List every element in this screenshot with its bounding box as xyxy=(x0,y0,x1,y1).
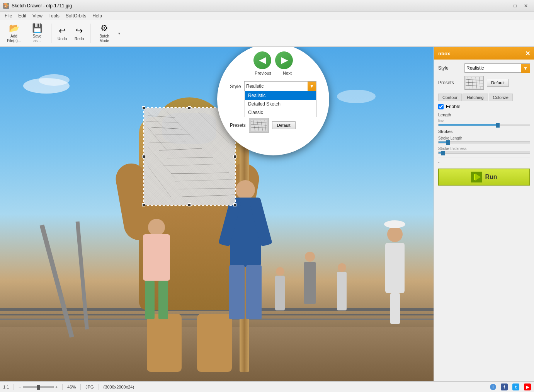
person-bg-1 xyxy=(273,267,287,329)
girl-figure xyxy=(137,219,176,327)
dropdown-option-detailed-sketch[interactable]: Detailed Sketch xyxy=(245,100,316,108)
magnify-circle: ◀ ▶ Previous Next Style Realistic xyxy=(217,47,329,155)
enable-label: Enable xyxy=(446,104,460,109)
previous-button[interactable]: ◀ xyxy=(253,51,271,69)
run-button[interactable]: Run xyxy=(438,169,530,186)
add-files-button[interactable]: 📂 AddFile(s)... xyxy=(3,22,25,45)
right-panel: nbox ✕ Style Realistic ▼ Pre xyxy=(434,47,534,381)
handle-mr[interactable] xyxy=(233,155,236,158)
stroke-length-slider-track[interactable] xyxy=(438,141,530,143)
zoom-minus-icon[interactable]: − xyxy=(19,385,21,389)
menu-help[interactable]: Help xyxy=(89,12,105,19)
statusbar: 1:1 − + 46% JPG (3000x2000x24) i f t ▶ xyxy=(0,381,534,392)
stroke-thickness-slider-track[interactable] xyxy=(438,152,530,154)
status-sep-4 xyxy=(99,384,99,390)
dimensions-item: (3000x2000x24) xyxy=(104,385,134,389)
add-files-icon: 📂 xyxy=(9,23,19,33)
zoom-thumb[interactable] xyxy=(37,385,40,390)
handle-bl[interactable] xyxy=(142,203,145,206)
app-icon: 🎨 xyxy=(3,3,9,9)
zoom-slider-area[interactable]: − + xyxy=(19,385,58,389)
default-button[interactable]: Default xyxy=(487,79,509,87)
stroke-length-thumb[interactable] xyxy=(446,140,450,145)
redo-button[interactable]: ↪ Redo xyxy=(71,22,87,45)
menu-softorbits[interactable]: SoftOrbits xyxy=(63,12,89,19)
style-current-value: Realistic xyxy=(466,65,484,71)
length-label: Length xyxy=(438,112,530,117)
redo-icon: ↪ xyxy=(76,26,83,36)
zoom-ratio-item: 1:1 xyxy=(3,385,9,389)
info-button[interactable]: i xyxy=(490,384,496,390)
run-label: Run xyxy=(485,174,497,181)
style-dropdown-button[interactable]: ▼ xyxy=(521,64,530,73)
enable-checkbox[interactable] xyxy=(438,104,444,109)
strokes-label: Strokes xyxy=(438,129,530,134)
handle-bm[interactable] xyxy=(188,203,191,206)
tab-hatching[interactable]: Hatching xyxy=(463,94,488,101)
window-controls: ─ □ ✕ xyxy=(499,2,531,10)
tab-contour[interactable]: Contour xyxy=(438,94,462,101)
menu-edit[interactable]: Edit xyxy=(15,12,29,19)
default-preset-button[interactable]: Default xyxy=(272,121,296,129)
presets-row: Presets Default xyxy=(438,76,530,90)
batch-icon: ⚙ xyxy=(100,23,108,33)
canvas-area[interactable]: ◀ ▶ Previous Next Style Realistic xyxy=(0,47,434,381)
run-icon xyxy=(471,172,482,182)
style-label: Style xyxy=(438,65,461,71)
panel-close-button[interactable]: ✕ xyxy=(525,50,530,57)
save-as-button[interactable]: 💾 Saveas... xyxy=(26,22,48,45)
length-slider-fill xyxy=(439,124,498,126)
status-sep-2 xyxy=(62,384,63,390)
handle-br[interactable] xyxy=(233,203,236,206)
zoom-percent: 46% xyxy=(67,385,76,389)
handle-tm[interactable] xyxy=(188,106,191,109)
cloud-2 xyxy=(39,74,70,86)
zoom-track[interactable] xyxy=(23,386,54,388)
style-arrow-icon: ▼ xyxy=(523,66,528,71)
tabs-row: Contour Hatching Colorize xyxy=(438,94,530,101)
redo-label: Redo xyxy=(75,37,84,41)
close-button[interactable]: ✕ xyxy=(521,2,531,10)
length-slider-thumb[interactable] xyxy=(496,123,500,128)
handle-ml[interactable] xyxy=(142,155,145,158)
menu-tools[interactable]: Tools xyxy=(46,12,63,19)
add-files-label: AddFile(s)... xyxy=(7,34,21,43)
panel-content: Style Realistic ▼ Presets xyxy=(434,60,534,189)
length-sublabel: line xyxy=(438,119,530,123)
window-title: Sketch Drawer - otp-1711.jpg xyxy=(12,3,72,9)
presets-section: Presets Default xyxy=(438,76,530,90)
style-select-wrapper: Realistic ▼ xyxy=(464,63,530,73)
strokes-section: Strokes Stroke Length Stroke thickness xyxy=(438,129,530,154)
style-dropdown-arrow[interactable]: ▼ xyxy=(308,82,316,91)
length-slider-track[interactable] xyxy=(438,124,530,126)
style-select-display[interactable]: Realistic ▼ xyxy=(464,63,530,73)
dropdown-option-classic[interactable]: Classic xyxy=(245,108,316,117)
dropdown-arrow-icon: ▼ xyxy=(310,84,314,89)
dropdown-option-realistic[interactable]: Realistic xyxy=(245,91,316,100)
menu-file[interactable]: File xyxy=(2,12,15,19)
youtube-button[interactable]: ▶ xyxy=(524,383,531,390)
facebook-button[interactable]: f xyxy=(501,383,508,390)
person-bg-3 xyxy=(335,263,349,329)
panel-title: nbox xyxy=(438,51,450,56)
panel-divider xyxy=(438,157,530,157)
preset-thumbnail xyxy=(249,118,269,133)
previous-label: Previous xyxy=(255,71,271,75)
zoom-plus-icon[interactable]: + xyxy=(55,385,58,389)
hat-lady xyxy=(379,227,410,327)
next-button[interactable]: ▶ xyxy=(275,51,293,69)
handle-tl[interactable] xyxy=(142,106,145,109)
maximize-button[interactable]: □ xyxy=(510,2,520,10)
batch-mode-button[interactable]: ⚙ BatchMode xyxy=(94,22,115,45)
minimize-button[interactable]: ─ xyxy=(499,2,509,10)
enable-row: Enable xyxy=(438,104,530,109)
format-item: JPG xyxy=(85,385,94,389)
tab-colorize[interactable]: Colorize xyxy=(489,94,513,101)
twitter-button[interactable]: t xyxy=(512,383,519,390)
cloud-3 xyxy=(337,90,376,103)
menu-view[interactable]: View xyxy=(29,12,46,19)
stroke-thickness-thumb[interactable] xyxy=(441,151,445,155)
next-label: Next xyxy=(283,71,292,75)
undo-button[interactable]: ↩ Undo xyxy=(54,22,70,45)
toolbar-more: ▾ xyxy=(118,31,120,36)
